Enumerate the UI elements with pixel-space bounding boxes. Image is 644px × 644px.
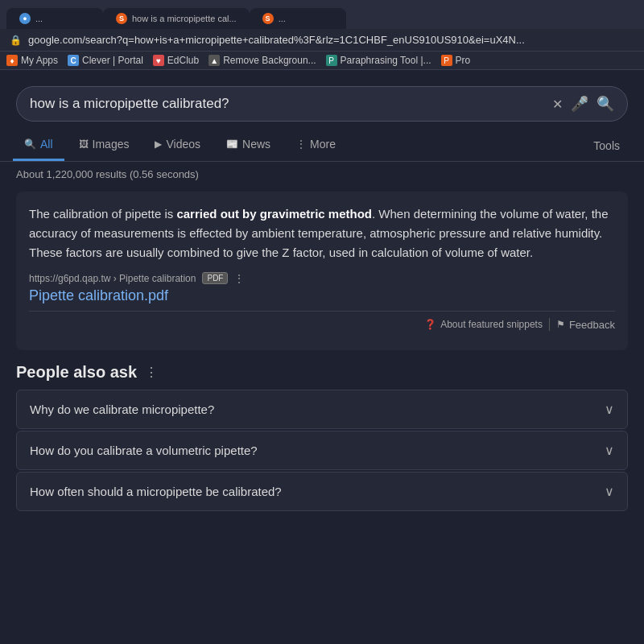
paa-title: People also ask	[16, 363, 137, 382]
tab-more-label: More	[310, 138, 336, 151]
results-count: About 1,220,000 results (0.56 seconds)	[16, 168, 628, 180]
paa-question-2: How do you calibrate a volumetric pipett…	[30, 444, 258, 457]
bookmark-paraphrase-label: Paraphrasing Tool |...	[341, 55, 431, 66]
result-title-link[interactable]: Pipette calibration.pdf	[29, 287, 615, 304]
search-tabs: 🔍 All 🖼 Images ▶ Videos 📰 News ⋮ More To…	[0, 130, 644, 162]
feedback-button[interactable]: ⚑ Feedback	[556, 319, 615, 331]
pdf-badge: PDF	[202, 272, 228, 284]
browser-tabs: ● ... S how is a micropipette cal... S .…	[0, 0, 644, 29]
tab-3[interactable]: S ...	[250, 8, 346, 29]
bookmark-apps-label: My Apps	[21, 55, 58, 66]
search-icon[interactable]: 🔍	[597, 95, 614, 113]
clear-icon[interactable]: ✕	[552, 97, 563, 112]
bookmark-clever[interactable]: C Clever | Portal	[68, 55, 143, 66]
snippet-bold-text: carried out by gravimetric method	[176, 207, 372, 221]
tab-1-favicon: ●	[19, 13, 31, 24]
paa-question-3: How often should a micropipette be calib…	[30, 485, 282, 498]
bookmark-edclub-icon: ♥	[153, 55, 164, 66]
search-bar-area: how is a micropipette calibrated? ✕ 🎤 🔍	[0, 70, 644, 130]
snippet-text-before: The calibration of pipette is	[29, 207, 176, 221]
featured-snippet: The calibration of pipette is carried ou…	[16, 192, 628, 350]
search-query: how is a micropipette calibrated?	[30, 96, 544, 112]
bookmark-paraphrase[interactable]: P Paraphrasing Tool |...	[326, 55, 431, 66]
tab-tools-label: Tools	[593, 139, 620, 152]
tab-news[interactable]: 📰 News	[215, 130, 282, 161]
bookmark-pro[interactable]: P Pro	[441, 55, 471, 66]
lock-icon: 🔒	[10, 35, 22, 46]
voice-search-icon[interactable]: 🎤	[571, 95, 588, 113]
tab-images-label: Images	[93, 138, 130, 151]
people-also-ask: People also ask ⋮ Why do we calibrate mi…	[16, 363, 628, 511]
tab-all[interactable]: 🔍 All	[13, 130, 64, 161]
tab-2[interactable]: S how is a micropipette cal...	[103, 8, 250, 29]
paa-chevron-1: ∨	[605, 402, 614, 417]
bookmark-clever-icon: C	[68, 55, 79, 66]
bookmarks-bar: ♦ My Apps C Clever | Portal ♥ EdClub ▲ R…	[0, 52, 644, 70]
url-text[interactable]: google.com/search?q=how+is+a+micropipett…	[28, 34, 634, 46]
address-bar: 🔒 google.com/search?q=how+is+a+micropipe…	[0, 29, 644, 52]
results-area: About 1,220,000 results (0.56 seconds) T…	[0, 162, 644, 511]
paa-item-3[interactable]: How often should a micropipette be calib…	[16, 472, 628, 511]
tab-videos-label: Videos	[166, 138, 200, 151]
source-link: https://g6pd.qap.tw › Pipette calibratio…	[29, 272, 615, 284]
bookmark-pro-icon: P	[441, 55, 452, 66]
tab-images[interactable]: 🖼 Images	[68, 130, 141, 161]
all-icon: 🔍	[24, 138, 36, 150]
paa-header: People also ask ⋮	[16, 363, 628, 382]
question-icon: ❓	[424, 319, 436, 330]
bookmark-clever-label: Clever | Portal	[82, 55, 143, 66]
tab-2-favicon: S	[116, 13, 127, 24]
bookmark-paraphrase-icon: P	[326, 55, 337, 66]
paa-chevron-2: ∨	[605, 443, 614, 458]
bookmark-apps[interactable]: ♦ My Apps	[6, 55, 58, 66]
paa-menu-icon[interactable]: ⋮	[145, 365, 158, 380]
tab-tools[interactable]: Tools	[582, 131, 631, 160]
search-content: how is a micropipette calibrated? ✕ 🎤 🔍 …	[0, 70, 644, 511]
videos-icon: ▶	[155, 138, 162, 150]
paa-question-1: Why do we calibrate micropipette?	[30, 402, 214, 416]
bookmark-pro-label: Pro	[456, 55, 471, 66]
bookmark-apps-icon: ♦	[6, 55, 18, 66]
tab-videos[interactable]: ▶ Videos	[143, 130, 212, 161]
bookmark-removebg-label: Remove Backgroun...	[223, 55, 316, 66]
more-icon: ⋮	[296, 138, 306, 150]
tab-3-text: ...	[279, 14, 286, 23]
bookmark-edclub[interactable]: ♥ EdClub	[153, 55, 199, 66]
tab-all-label: All	[40, 138, 53, 151]
bookmark-removebg-icon: ▲	[208, 55, 220, 66]
feedback-icon: ⚑	[556, 319, 565, 330]
images-icon: 🖼	[79, 138, 89, 150]
about-snippets-label: About featured snippets	[440, 319, 543, 330]
source-menu-icon[interactable]: ⋮	[234, 273, 244, 284]
footer-divider	[549, 318, 550, 331]
tab-1-text: ...	[35, 14, 43, 23]
feedback-label: Feedback	[569, 319, 615, 331]
snippet-footer: ❓ About featured snippets ⚑ Feedback	[29, 311, 615, 337]
tab-2-text: how is a micropipette cal...	[132, 14, 237, 23]
snippet-text: The calibration of pipette is carried ou…	[29, 204, 615, 262]
paa-chevron-3: ∨	[605, 484, 614, 499]
bookmark-removebg[interactable]: ▲ Remove Backgroun...	[208, 55, 316, 66]
news-icon: 📰	[226, 138, 238, 150]
tab-1[interactable]: ● ...	[6, 8, 103, 29]
search-input-box[interactable]: how is a micropipette calibrated? ✕ 🎤 🔍	[16, 86, 628, 122]
source-url: https://g6pd.qap.tw › Pipette calibratio…	[29, 273, 196, 284]
paa-item-2[interactable]: How do you calibrate a volumetric pipett…	[16, 431, 628, 470]
tab-news-label: News	[242, 138, 270, 151]
bookmark-edclub-label: EdClub	[167, 55, 199, 66]
tab-more[interactable]: ⋮ More	[285, 130, 347, 161]
paa-item-1[interactable]: Why do we calibrate micropipette? ∨	[16, 390, 628, 429]
about-snippets-button[interactable]: ❓ About featured snippets	[424, 319, 543, 330]
tab-3-favicon: S	[262, 13, 274, 24]
